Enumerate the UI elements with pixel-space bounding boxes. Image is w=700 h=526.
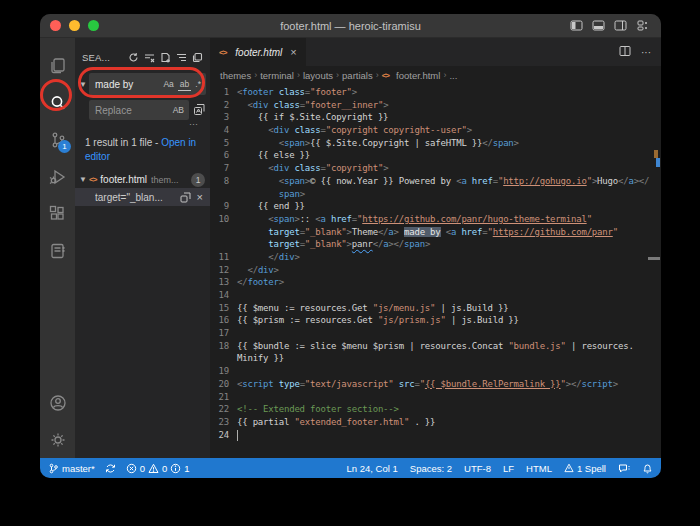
- code-editor[interactable]: 1<footer class="footer">2 <div class="fo…: [210, 84, 661, 458]
- run-debug-icon[interactable]: [40, 158, 75, 195]
- code-token: {{ $bundle := slice $menu $prism | resou…: [237, 341, 508, 351]
- replace-all-icon[interactable]: [193, 103, 206, 118]
- branch-indicator[interactable]: master*: [48, 463, 95, 474]
- sync-indicator[interactable]: [105, 463, 116, 474]
- refresh-icon[interactable]: [128, 52, 139, 63]
- more-actions-icon[interactable]: ···: [641, 47, 651, 58]
- code-token: >: [514, 138, 519, 148]
- match-case-toggle[interactable]: Aa: [161, 78, 175, 90]
- close-button[interactable]: [50, 20, 61, 31]
- code-line[interactable]: span>: [210, 188, 661, 201]
- encoding[interactable]: UTF-8: [464, 463, 491, 474]
- extensions-icon[interactable]: [40, 195, 75, 232]
- panel-title: SEA...: [82, 52, 110, 63]
- breadcrumb-item[interactable]: ...: [449, 70, 457, 81]
- whole-word-toggle[interactable]: ab: [178, 78, 191, 91]
- search-icon[interactable]: [40, 84, 75, 121]
- code-line[interactable]: 16{{ $prism := resources.Get "js/prism.j…: [210, 314, 661, 327]
- toggle-secondary-sidebar-icon[interactable]: [614, 19, 627, 32]
- collapse-all-icon[interactable]: [192, 52, 203, 63]
- code-token: | resources.: [566, 341, 634, 351]
- code-line[interactable]: 17: [210, 327, 661, 340]
- account-icon[interactable]: [40, 384, 75, 421]
- code-line[interactable]: 20<script type="text/javascript" src="{{…: [210, 378, 661, 391]
- code-token: script: [581, 379, 612, 389]
- code-line[interactable]: target="_blank">Theme</a> made by <a hre…: [210, 226, 661, 239]
- code-line[interactable]: 15{{ $menu := resources.Get "js/menu.js"…: [210, 302, 661, 315]
- indentation[interactable]: Spaces: 2: [410, 463, 452, 474]
- breadcrumb-item[interactable]: partials: [342, 70, 373, 81]
- toggle-sidebar-icon[interactable]: [570, 19, 583, 32]
- code-line[interactable]: 24: [210, 429, 661, 442]
- code-line[interactable]: 4 <div class="copyright copyright--user"…: [210, 124, 661, 137]
- breadcrumb-item[interactable]: footer.html: [396, 70, 440, 81]
- code-line[interactable]: 23{{ partial "extended_footer.html" . }}: [210, 416, 661, 429]
- eol-sequence[interactable]: LF: [503, 463, 514, 474]
- notifications-bell-icon[interactable]: [642, 463, 653, 474]
- replace-input[interactable]: Replace AB: [89, 100, 189, 120]
- code-line[interactable]: 7 <div class="copyright">: [210, 162, 661, 175]
- code-line[interactable]: 1<footer class="footer">: [210, 86, 661, 99]
- code-line[interactable]: 21: [210, 391, 661, 404]
- dismiss-match-icon[interactable]: ×: [197, 191, 203, 203]
- code-line[interactable]: 5 <span>{{ $.Site.Copyright | safeHTML }…: [210, 137, 661, 150]
- file-result-row[interactable]: ▼ <> footer.html them... 1: [75, 171, 210, 188]
- toggle-replace-chevron-icon[interactable]: ▼: [77, 80, 89, 89]
- toggle-panel-icon[interactable]: [592, 19, 605, 32]
- regex-toggle[interactable]: .*: [193, 78, 203, 90]
- source-control-icon[interactable]: 1: [40, 121, 75, 158]
- spell-checker[interactable]: 1 Spell: [564, 463, 606, 474]
- line-content: Minify }}: [237, 352, 661, 365]
- code-line[interactable]: 9 {{ end }}: [210, 200, 661, 213]
- code-token: span: [279, 189, 300, 199]
- explorer-icon[interactable]: [40, 47, 75, 84]
- code-line[interactable]: 13</footer>: [210, 276, 661, 289]
- search-input[interactable]: made by Aa ab .*: [89, 73, 206, 95]
- code-line[interactable]: 3 {{ if $.Site.Copyright }}: [210, 111, 661, 124]
- code-line[interactable]: 12 </div>: [210, 264, 661, 277]
- problems-indicator[interactable]: 0 0 1: [126, 463, 190, 474]
- breadcrumb-item[interactable]: themes: [220, 70, 251, 81]
- line-content: {{ $bundle := slice $menu $prism | resou…: [237, 340, 661, 353]
- settings-gear-icon[interactable]: [40, 421, 75, 458]
- code-line[interactable]: 19: [210, 365, 661, 378]
- tab-footer-html[interactable]: <> footer.html ×: [210, 38, 307, 66]
- code-line[interactable]: 14: [210, 289, 661, 302]
- code-token: {{ $menu := resources.Get: [237, 303, 373, 313]
- cursor-position[interactable]: Ln 24, Col 1: [347, 463, 398, 474]
- code-line[interactable]: 8 <span>© {{ now.Year }} Powered by <a h…: [210, 175, 661, 188]
- zoom-button[interactable]: [88, 20, 99, 31]
- tab-close-icon[interactable]: ×: [290, 46, 296, 58]
- clear-results-icon[interactable]: [144, 52, 155, 63]
- feedback-icon[interactable]: [618, 463, 630, 474]
- tab-label: footer.html: [235, 47, 282, 58]
- minimize-button[interactable]: [69, 20, 80, 31]
- replace-match-icon[interactable]: [180, 192, 191, 203]
- breadcrumb-item[interactable]: terminal: [260, 70, 294, 81]
- code-line[interactable]: target="_blank">panr</a></span>: [210, 238, 661, 251]
- panel-actions: [128, 52, 203, 63]
- split-editor-icon[interactable]: [619, 43, 631, 61]
- match-result-row[interactable]: target="_blan... ×: [75, 188, 210, 206]
- code-line[interactable]: 11 </div>: [210, 251, 661, 264]
- notebook-icon[interactable]: [40, 232, 75, 269]
- code-token: >: [467, 125, 472, 135]
- code-line[interactable]: 10 <span>:: <a href="https://github.com/…: [210, 213, 661, 226]
- customize-layout-icon[interactable]: [636, 19, 649, 32]
- breadcrumb-item[interactable]: layouts: [303, 70, 333, 81]
- code-line[interactable]: Minify }}: [210, 352, 661, 365]
- code-line[interactable]: 18{{ $bundle := slice $menu $prism | res…: [210, 340, 661, 353]
- view-as-tree-icon[interactable]: [176, 52, 187, 63]
- code-token: {{ $.Site.Copyright | safeHTML }}: [310, 138, 482, 148]
- collapse-file-chevron-icon[interactable]: ▼: [77, 175, 89, 184]
- preserve-case-toggle[interactable]: AB: [171, 104, 186, 116]
- toggle-search-details[interactable]: ···: [75, 120, 210, 130]
- code-line[interactable]: 22<!-- Extended footer section-->: [210, 403, 661, 416]
- language-mode[interactable]: HTML: [526, 463, 552, 474]
- code-token: [237, 138, 279, 148]
- html-file-icon: <>: [382, 71, 389, 80]
- new-search-editor-icon[interactable]: [160, 52, 171, 63]
- code-line[interactable]: 6 {{ else }}: [210, 149, 661, 162]
- errors-count: 0: [140, 463, 145, 474]
- code-line[interactable]: 2 <div class="footer__inner">: [210, 99, 661, 112]
